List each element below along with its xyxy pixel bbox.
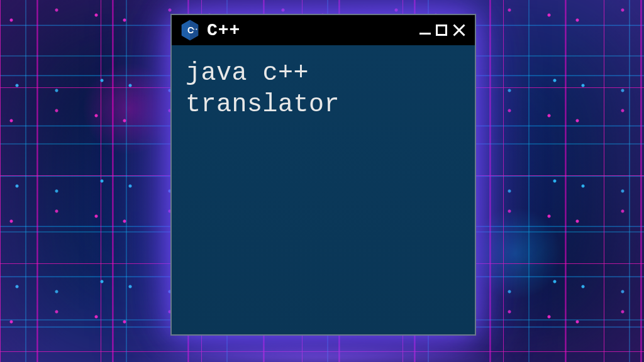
maximize-button[interactable] (436, 25, 447, 36)
app-window: C + + C++ java c++ translator (170, 14, 476, 336)
svg-text:+: + (192, 27, 195, 31)
cpp-logo-icon: C + + (180, 19, 199, 41)
window-title: C++ (207, 21, 412, 40)
titlebar[interactable]: C + + C++ (172, 15, 475, 45)
bottom-glow (126, 343, 518, 362)
content-text: java c++ translator (186, 58, 461, 121)
minimize-icon (419, 33, 431, 35)
svg-text:+: + (196, 27, 198, 31)
close-icon (452, 23, 466, 37)
window-body: java c++ translator (172, 45, 475, 334)
window-controls (419, 23, 466, 37)
close-button[interactable] (452, 23, 466, 37)
minimize-button[interactable] (419, 26, 431, 35)
maximize-icon (436, 25, 447, 36)
